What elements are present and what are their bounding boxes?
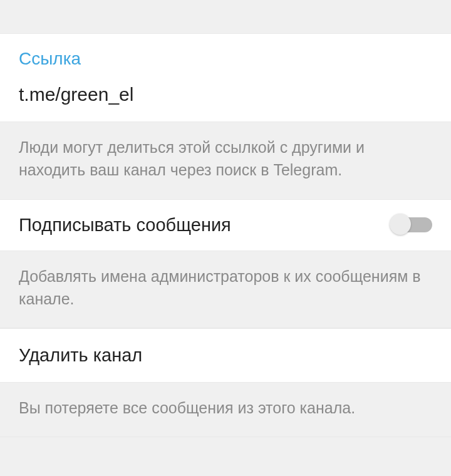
link-section-header: Ссылка [19, 49, 432, 69]
sign-messages-description: Добавлять имена администраторов к их соо… [0, 251, 451, 329]
spacer [0, 0, 451, 33]
sign-messages-toggle[interactable] [391, 217, 432, 232]
sign-messages-row[interactable]: Подписывать сообщения [0, 200, 451, 251]
link-section[interactable]: Ссылка t.me/green_el [0, 33, 451, 122]
sign-messages-label: Подписывать сообщения [19, 215, 231, 235]
toggle-thumb [390, 214, 411, 235]
link-description: Люди могут делиться этой ссылкой с други… [0, 122, 451, 200]
delete-channel-label: Удалить канал [19, 345, 432, 366]
delete-channel-description: Вы потеряете все сообщения из этого кана… [0, 383, 451, 437]
channel-link-value: t.me/green_el [19, 84, 432, 105]
delete-channel-row[interactable]: Удалить канал [0, 328, 451, 383]
